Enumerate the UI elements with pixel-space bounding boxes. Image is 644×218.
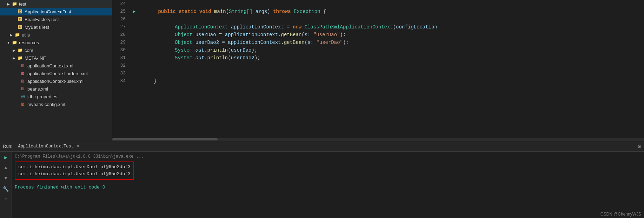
method-getbean-28: getBean — [281, 31, 302, 39]
watermark-label: CSDN @ChennyWJS — [598, 212, 644, 217]
output-finish-text: Process finished with exit code 0 — [15, 185, 105, 190]
ref-applicationcontext-29: applicationContext — [228, 39, 281, 46]
type-string-array: String[] — [229, 8, 252, 15]
tree-item-test[interactable]: ▶ 📁 test — [0, 0, 112, 8]
tree-item-label: mybatis-config.xml — [27, 102, 65, 107]
output-finish-line: Process finished with exit code 0 — [15, 184, 595, 191]
type-applicationcontext: ApplicationContext — [175, 23, 228, 31]
bottom-tab-close-button[interactable]: × — [77, 144, 79, 149]
folder-icon: 📁 — [11, 1, 18, 6]
keyword-throws: throws — [273, 8, 291, 15]
list-icon[interactable]: ≡ — [2, 195, 10, 204]
tree-item-resources[interactable]: ▼ 📁 resources — [0, 39, 112, 46]
tree-item-label: ApplicationContextTest — [25, 9, 71, 14]
xml-icon: 🗎 — [20, 63, 26, 68]
bottom-tab-bar: Run: ApplicationContextTest × ⚙ — [0, 141, 644, 152]
xml-icon: 🗎 — [20, 86, 26, 91]
line-num-29: 29 — [112, 39, 126, 46]
code-line-25: ▶ public static void main ( String[] arg… — [133, 8, 644, 15]
settings-gear-icon[interactable]: ⚙ — [638, 143, 641, 150]
line-numbers: 24 25 26 27 28 29 30 31 32 33 34 — [112, 0, 130, 138]
arg-userdao2-31: userDao2 — [231, 54, 254, 62]
run-play-button[interactable]: ▶ — [2, 153, 10, 161]
keyword-static: static — [179, 8, 196, 15]
tree-item-label: applicationContext.xml — [27, 63, 73, 68]
var-userdao2: userDao2 — [195, 39, 219, 46]
class-icon: 🅲 — [17, 9, 23, 14]
tree-item-label: resources — [19, 40, 39, 45]
code-scrollbar-thumb[interactable] — [112, 138, 218, 140]
tree-item-label: applicationContext-orders.xml — [27, 71, 88, 76]
code-line-31: System . out . println ( userDao2 ); — [133, 54, 644, 62]
scroll-up-button[interactable]: ▲ — [2, 164, 10, 172]
tree-item-mybatis-config-xml[interactable]: 🗎 mybatis-config.xml — [0, 100, 112, 108]
mybatis-icon: 🗎 — [20, 102, 26, 107]
code-line-24 — [133, 0, 644, 8]
tree-item-META-INF[interactable]: ▶ 📁 META-INF — [0, 54, 112, 62]
wrench-icon[interactable]: 🔧 — [2, 185, 10, 193]
tree-item-ApplicationContextTest[interactable]: 🅲 ApplicationContextTest — [0, 8, 112, 15]
tree-item-com[interactable]: ▶ 📁 com — [0, 46, 112, 54]
tree-item-utils[interactable]: ▶ 📁 utils — [0, 31, 112, 39]
code-line-34: } — [133, 77, 644, 85]
run-label: Run: — [3, 144, 12, 149]
tree-item-applicationContext-xml[interactable]: 🗎 applicationContext.xml — [0, 62, 112, 70]
code-body[interactable]: ▶ public static void main ( String[] arg… — [130, 0, 644, 138]
chevron-icon: ▶ — [11, 56, 17, 60]
line-num-28: 28 — [112, 31, 126, 39]
code-line-33 — [133, 70, 644, 77]
tree-item-jdbc-properties[interactable]: 🗃 jdbc.properties — [0, 93, 112, 100]
bottom-tab-name[interactable]: ApplicationContextTest — [18, 144, 73, 149]
tree-item-applicationContext-orders-xml[interactable]: 🗎 applicationContext-orders.xml — [0, 70, 112, 77]
class-icon: 🅲 — [17, 25, 23, 29]
string-userdao-28: "userDao" — [313, 31, 340, 39]
chevron-icon: ▶ — [11, 48, 17, 52]
folder-icon: 📁 — [11, 40, 18, 45]
bottom-panel: Run: ApplicationContextTest × ⚙ ▶ ▲ ▼ 🔧 … — [0, 141, 644, 218]
output-path-line: C:\Program Files\Java\jdk1.8.0_331\bin\j… — [15, 153, 595, 160]
tree-item-label: test — [19, 1, 26, 7]
keyword-new: new — [293, 23, 301, 31]
tree-item-MyBatisTest[interactable]: 🅲 MyBatisTest — [0, 23, 112, 31]
method-println-31: println — [207, 54, 228, 62]
tree-item-label: MyBatisTest — [25, 25, 49, 30]
bottom-output-area: C:\Program Files\Java\jdk1.8.0_331\bin\j… — [12, 152, 598, 218]
xml-icon: 🗎 — [20, 79, 26, 84]
line-num-25: 25 — [112, 8, 126, 15]
var-userdao: userDao — [195, 31, 216, 39]
line-num-26: 26 — [112, 15, 126, 23]
keyword-void: void — [199, 8, 211, 15]
folder-icon: 📁 — [17, 55, 23, 60]
line-num-31: 31 — [112, 54, 126, 62]
output-text-1: com.itheima.dao.impl.UserDaoImpl@65e2dbf… — [18, 164, 131, 171]
output-line-2: com.itheima.dao.impl.UserDaoImpl@65e2dbf… — [18, 171, 131, 178]
code-line-27: ApplicationContext applicationContext = … — [133, 23, 644, 31]
type-object-28: Object — [175, 31, 192, 39]
var-out-31: out — [195, 54, 204, 62]
method-getbean-29: getBean — [284, 39, 305, 46]
tree-item-label: META-INF — [25, 55, 46, 61]
tree-item-label: BeanFactoryTest — [25, 17, 59, 22]
code-line-29: Object userDao2 = applicationContext . g… — [133, 39, 644, 46]
var-out-30: out — [195, 46, 204, 54]
class-icon: 🅲 — [17, 17, 23, 22]
method-println-30: println — [207, 46, 228, 54]
tree-item-beans-xml[interactable]: 🗎 beans.xml — [0, 85, 112, 93]
tree-item-BeanFactoryTest[interactable]: 🅲 BeanFactoryTest — [0, 15, 112, 23]
line-num-34: 34 — [112, 77, 126, 85]
method-main: main — [214, 8, 226, 15]
line-num-32: 32 — [112, 62, 126, 70]
ref-applicationcontext-28: applicationContext — [225, 31, 278, 39]
scroll-down-button[interactable]: ▼ — [2, 174, 10, 183]
code-line-28: Object userDao = applicationContext . ge… — [133, 31, 644, 39]
code-scrollbar[interactable] — [112, 138, 644, 141]
type-exception: Exception — [294, 8, 320, 15]
var-args: args — [255, 8, 267, 15]
folder-icon: 📁 — [17, 48, 23, 53]
file-tree: ▶ 📁 test 🅲 ApplicationContextTest 🅲 Bean… — [0, 0, 112, 141]
line-num-30: 30 — [112, 46, 126, 54]
run-arrow-icon[interactable]: ▶ — [133, 8, 135, 15]
folder-icon: 📁 — [14, 32, 20, 37]
tree-item-applicationContext-user-xml[interactable]: 🗎 applicationContext-user.xml — [0, 77, 112, 85]
type-classpathxml: ClassPathXmlApplicationContext — [305, 23, 393, 31]
